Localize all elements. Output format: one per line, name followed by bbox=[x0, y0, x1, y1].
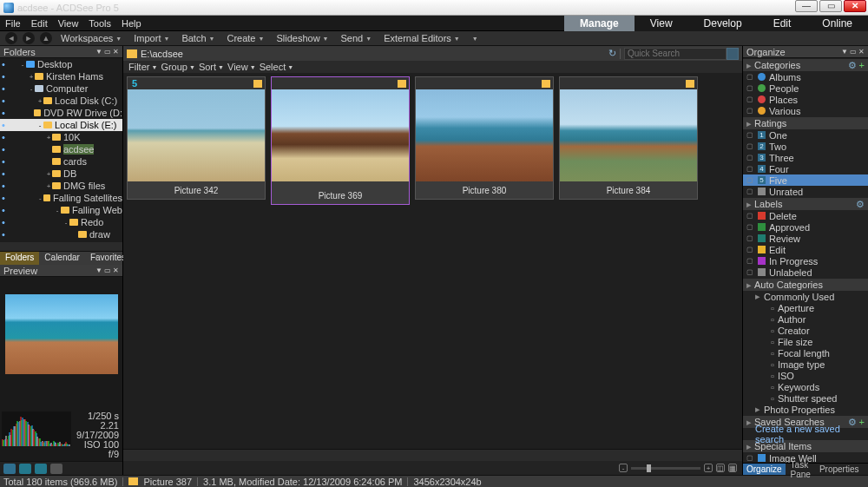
org-section-header[interactable]: ▸Auto Categories bbox=[743, 279, 868, 291]
menu-help[interactable]: Help bbox=[122, 18, 141, 29]
org-row[interactable]: ▢4Four bbox=[743, 163, 868, 174]
thumbnail[interactable]: Picture 369 bbox=[271, 76, 410, 205]
tab-manage[interactable]: Manage bbox=[564, 16, 635, 31]
zoom-in-icon[interactable]: + bbox=[704, 464, 713, 472]
org-section-header[interactable]: ▸Categories⚙+ bbox=[743, 59, 868, 71]
tab-properties[interactable]: Properties bbox=[816, 464, 863, 475]
thumbnail[interactable]: Picture 384 bbox=[559, 76, 698, 200]
thumbnail[interactable]: Picture 342 bbox=[127, 76, 266, 200]
sort-dropdown[interactable]: Sort▼ bbox=[199, 62, 224, 72]
maximize-button[interactable]: ▭ bbox=[819, 0, 842, 12]
folders-dropdown-icon[interactable]: ▼ bbox=[95, 48, 102, 56]
organize-pin-icon[interactable]: ▭ bbox=[850, 48, 857, 56]
thumbnail-grid[interactable]: Picture 342Picture 369Picture 380Picture… bbox=[123, 73, 742, 449]
org-row[interactable]: ▸Photo Properties bbox=[743, 404, 868, 415]
org-row[interactable]: ▫Creator bbox=[743, 325, 868, 336]
toolbar-more[interactable]: ▼ bbox=[469, 36, 482, 42]
toolbar-import[interactable]: Import▼ bbox=[130, 33, 173, 43]
viewmode-icon[interactable]: ▦ bbox=[728, 464, 737, 472]
org-row[interactable]: ▢3Three bbox=[743, 152, 868, 163]
preview-pin-icon[interactable]: ▭ bbox=[104, 267, 111, 274]
tab-folders[interactable]: Folders bbox=[0, 252, 39, 265]
preview-print-icon[interactable] bbox=[50, 464, 62, 474]
org-section-header[interactable]: ▸Labels⚙ bbox=[743, 198, 868, 210]
preview-tool-icon[interactable] bbox=[19, 464, 31, 474]
org-row[interactable]: ▫Image type bbox=[743, 359, 868, 370]
org-row[interactable]: ▫Keywords bbox=[743, 381, 868, 392]
preview-close-icon[interactable]: ✕ bbox=[113, 267, 119, 274]
toolbar-workspaces[interactable]: Workspaces▼ bbox=[57, 33, 125, 43]
preview-tool-icon[interactable] bbox=[3, 464, 16, 474]
tab-organize[interactable]: Organize bbox=[743, 464, 786, 475]
tree-row[interactable]: • acdsee bbox=[0, 143, 122, 155]
view-dropdown[interactable]: View▼ bbox=[227, 62, 256, 72]
toolbar-slideshow[interactable]: Slideshow▼ bbox=[273, 33, 332, 43]
add-icon[interactable]: + bbox=[859, 60, 865, 71]
tab-search[interactable]: Search bbox=[865, 464, 868, 475]
org-section-header[interactable]: ▸Ratings bbox=[743, 117, 868, 129]
org-row[interactable]: ▫Author bbox=[743, 313, 868, 325]
tree-row[interactable]: •-Redo bbox=[0, 216, 122, 228]
org-row[interactable]: ▫Shutter speed bbox=[743, 392, 868, 404]
org-row[interactable]: Create a new saved search bbox=[743, 428, 868, 439]
folders-pin-icon[interactable]: ▭ bbox=[104, 48, 111, 56]
org-row[interactable]: ▢Review bbox=[743, 233, 868, 244]
tree-row[interactable]: •+Local Disk (C:) bbox=[0, 95, 122, 107]
org-row[interactable]: ▢5Five bbox=[743, 174, 868, 186]
filter-dropdown[interactable]: Filter▼ bbox=[128, 62, 157, 72]
gear-icon[interactable]: ⚙ bbox=[848, 60, 857, 71]
org-row[interactable]: ▢Albums bbox=[743, 71, 868, 82]
nav-forward-icon[interactable]: ► bbox=[23, 32, 35, 44]
search-button[interactable] bbox=[727, 48, 739, 60]
org-row[interactable]: ▢2Two bbox=[743, 141, 868, 152]
toolbar-create[interactable]: Create▼ bbox=[223, 33, 267, 43]
thumbs-scrollbar[interactable] bbox=[123, 449, 742, 461]
tree-row[interactable]: • draw bbox=[0, 228, 122, 240]
tab-task-pane[interactable]: Task Pane bbox=[787, 464, 814, 475]
tree-row[interactable]: •+Kirsten Hams bbox=[0, 70, 122, 82]
tree-row[interactable]: •-Falling Web bbox=[0, 204, 122, 216]
zoom-out-icon[interactable]: - bbox=[619, 464, 628, 472]
tree-row[interactable]: • cards bbox=[0, 155, 122, 168]
tab-online[interactable]: Online bbox=[806, 16, 868, 31]
preview-dropdown-icon[interactable]: ▼ bbox=[95, 267, 102, 274]
group-dropdown[interactable]: Group▼ bbox=[161, 62, 195, 72]
folder-scrollbar[interactable] bbox=[0, 242, 122, 251]
organize-close-icon[interactable]: ✕ bbox=[858, 48, 865, 56]
folders-close-icon[interactable]: ✕ bbox=[113, 48, 119, 56]
tree-row[interactable]: •+10K bbox=[0, 131, 122, 143]
org-row[interactable]: ▢In Progress bbox=[743, 255, 868, 267]
org-row[interactable]: ▢Edit bbox=[743, 244, 868, 255]
thumbnail[interactable]: Picture 380 bbox=[415, 76, 554, 200]
minimize-button[interactable]: ― bbox=[795, 0, 818, 12]
menu-edit[interactable]: Edit bbox=[31, 18, 48, 29]
gear-icon[interactable]: ⚙ bbox=[856, 199, 865, 210]
org-row[interactable]: ▢1One bbox=[743, 129, 868, 141]
select-dropdown[interactable]: Select▼ bbox=[260, 62, 294, 72]
nav-back-icon[interactable]: ◄ bbox=[5, 32, 17, 44]
viewmode-icon[interactable]: ◫ bbox=[716, 464, 725, 472]
path-text[interactable]: E:\acdsee bbox=[141, 49, 605, 59]
org-row[interactable]: ▢Unrated bbox=[743, 186, 868, 197]
tree-row[interactable]: •+DMG files bbox=[0, 180, 122, 192]
refresh-icon[interactable]: ↻ bbox=[608, 48, 616, 59]
org-row[interactable]: ▸Commonly Used bbox=[743, 291, 868, 302]
tree-row[interactable]: •+DB bbox=[0, 168, 122, 180]
org-row[interactable]: ▢Delete bbox=[743, 210, 868, 221]
org-row[interactable]: ▫Aperture bbox=[743, 302, 868, 313]
folder-tree[interactable]: •-Desktop•+Kirsten Hams•-Computer•+Local… bbox=[0, 58, 122, 242]
quick-search-input[interactable] bbox=[624, 48, 727, 60]
tree-row[interactable]: •-Desktop bbox=[0, 58, 122, 70]
organize-dropdown-icon[interactable]: ▼ bbox=[841, 48, 848, 56]
org-row[interactable]: ▫ISO bbox=[743, 370, 868, 381]
tree-row[interactable]: • DVD RW Drive (D: bbox=[0, 107, 122, 119]
org-row[interactable]: ▫Focal length bbox=[743, 347, 868, 359]
tab-edit[interactable]: Edit bbox=[758, 16, 807, 31]
tab-calendar[interactable]: Calendar bbox=[39, 252, 85, 265]
org-row[interactable]: ▢Approved bbox=[743, 221, 868, 233]
toolbar-send[interactable]: Send▼ bbox=[338, 33, 376, 43]
tree-row[interactable]: •-Falling Satellites bbox=[0, 192, 122, 204]
org-row[interactable]: ▢People bbox=[743, 82, 868, 94]
preview-tool-icon[interactable] bbox=[35, 464, 47, 474]
org-row[interactable]: ▢Places bbox=[743, 94, 868, 105]
